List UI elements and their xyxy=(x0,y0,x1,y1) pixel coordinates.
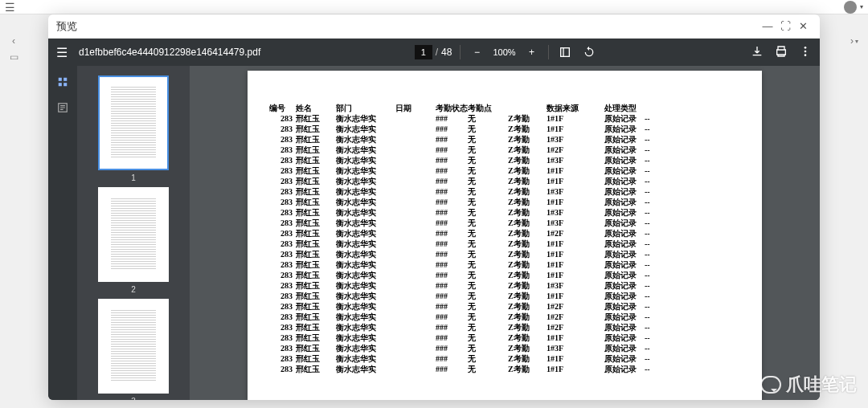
download-icon[interactable] xyxy=(751,45,764,60)
table-row: 283邢红玉衡水志华实###无Z考勤1#3F原始记录-- xyxy=(262,207,747,218)
table-row: 283邢红玉衡水志华实###无Z考勤1#2F原始记录-- xyxy=(262,301,747,312)
table-row: 283邢红玉衡水志华实###无Z考勤1#3F原始记录-- xyxy=(262,280,747,291)
table-row: 283邢红玉衡水志华实###无Z考勤1#1F原始记录-- xyxy=(262,239,747,249)
toolbar-separator xyxy=(460,45,461,59)
print-icon[interactable] xyxy=(775,45,788,60)
column-header: 姓名 xyxy=(296,103,336,113)
user-avatar[interactable] xyxy=(844,1,857,14)
svg-rect-0 xyxy=(560,48,569,57)
table-row: 283邢红玉衡水志华实###无Z考勤1#2F原始记录-- xyxy=(262,228,747,239)
nav-forward-icon[interactable]: › xyxy=(850,35,854,47)
thumbnail[interactable]: 2 xyxy=(98,187,169,294)
svg-rect-6 xyxy=(59,83,62,86)
modal-minimize-button[interactable]: — xyxy=(759,20,776,32)
thumbnails-tab-icon[interactable] xyxy=(55,74,71,90)
table-row: 283邢红玉衡水志华实###无Z考勤1#1F原始记录-- xyxy=(262,259,747,270)
svg-rect-5 xyxy=(63,78,67,81)
page-indicator: / 48 xyxy=(415,45,452,59)
nav-back-icon[interactable]: ‹ xyxy=(12,35,15,47)
toolbar-right xyxy=(751,45,812,60)
column-header: 处理类型 xyxy=(604,103,645,113)
table-row: 283邢红玉衡水志华实###无Z考勤1#1F原始记录-- xyxy=(262,353,747,364)
pdf-toolbar: ☰ d1efbbef6c4e4440912298e146414479.pdf /… xyxy=(48,39,820,66)
nav-forward-caret-icon[interactable]: ▾ xyxy=(855,38,858,45)
user-caret-icon[interactable]: ▾ xyxy=(860,3,863,10)
modal-header: 预览 — ⛶ ✕ xyxy=(48,14,820,39)
table-row: 283邢红玉衡水志华实###无Z考勤1#1F原始记录-- xyxy=(262,176,747,186)
zoom-in-button[interactable]: + xyxy=(524,44,540,60)
pdf-menu-icon[interactable]: ☰ xyxy=(56,45,68,60)
table-row: 283邢红玉衡水志华实###无Z考勤1#2F原始记录-- xyxy=(262,322,747,333)
outer-nav-right: › ▾ xyxy=(841,29,868,47)
table-row: 283邢红玉衡水志华实###无Z考勤1#1F原始记录-- xyxy=(262,333,747,343)
document-page: 编号姓名部门日期考勤状态考勤点数据来源处理类型283邢红玉衡水志华实###无Z考… xyxy=(248,71,762,400)
table-row: 283邢红玉衡水志华实###无Z考勤1#1F原始记录-- xyxy=(262,113,747,124)
column-header xyxy=(508,103,547,113)
thumbnail[interactable]: 3 xyxy=(98,299,169,400)
modal-expand-button[interactable]: ⛶ xyxy=(776,20,794,32)
fit-page-icon[interactable] xyxy=(557,44,573,60)
data-table: 编号姓名部门日期考勤状态考勤点数据来源处理类型283邢红玉衡水志华实###无Z考… xyxy=(262,103,747,374)
outer-nav-left: ‹ ▭ xyxy=(0,29,27,63)
page-current-input[interactable] xyxy=(415,45,432,59)
table-row: 283邢红玉衡水志华实###无Z考勤1#1F原始记录-- xyxy=(262,291,747,301)
table-row: 283邢红玉衡水志华实###无Z考勤1#3F原始记录-- xyxy=(262,155,747,165)
svg-point-2 xyxy=(805,50,807,52)
table-row: 283邢红玉衡水志华实###无Z考勤1#1F原始记录-- xyxy=(262,270,747,280)
svg-point-3 xyxy=(805,54,807,56)
table-row: 283邢红玉衡水志华实###无Z考勤1#3F原始记录-- xyxy=(262,134,747,145)
thumbnail-number: 3 xyxy=(98,397,169,400)
pdf-side-rail xyxy=(48,66,77,400)
table-row: 283邢红玉衡水志华实###无Z考勤1#3F原始记录-- xyxy=(262,343,747,353)
column-header: 数据来源 xyxy=(547,103,604,113)
preview-modal: 预览 — ⛶ ✕ ☰ d1efbbef6c4e4440912298e146414… xyxy=(48,14,820,400)
pdf-viewer: ☰ d1efbbef6c4e4440912298e146414479.pdf /… xyxy=(48,39,820,400)
nav-screen-icon[interactable]: ▭ xyxy=(10,51,18,63)
more-icon[interactable] xyxy=(799,45,812,60)
table-row: 283邢红玉衡水志华实###无Z考勤1#3F原始记录-- xyxy=(262,186,747,197)
app-titlebar: ☰ ▾ xyxy=(0,0,868,14)
table-row: 283邢红玉衡水志华实###无Z考勤1#1F原始记录-- xyxy=(262,364,747,374)
column-header: 考勤点 xyxy=(468,103,508,113)
column-header: 考勤状态 xyxy=(436,103,468,113)
table-row: 283邢红玉衡水志华实###无Z考勤1#1F原始记录-- xyxy=(262,197,747,207)
table-row: 283邢红玉衡水志华实###无Z考勤1#2F原始记录-- xyxy=(262,312,747,322)
column-header: 编号 xyxy=(262,103,296,113)
table-row: 283邢红玉衡水志华实###无Z考勤1#3F原始记录-- xyxy=(262,218,747,228)
toolbar-separator xyxy=(548,45,549,59)
svg-rect-7 xyxy=(63,83,67,86)
zoom-out-button[interactable]: − xyxy=(469,44,485,60)
modal-close-button[interactable]: ✕ xyxy=(794,20,812,32)
page-slash: / xyxy=(436,47,438,58)
thumbnail-number: 1 xyxy=(98,173,169,182)
table-row: 283邢红玉衡水志华实###无Z考勤1#1F原始记录-- xyxy=(262,124,747,134)
modal-title: 预览 xyxy=(56,19,759,34)
table-row: 283邢红玉衡水志华实###无Z考勤1#1F原始记录-- xyxy=(262,249,747,259)
column-header: 部门 xyxy=(336,103,395,113)
outline-tab-icon[interactable] xyxy=(55,100,71,116)
thumbnail-panel[interactable]: 123 xyxy=(77,66,190,400)
thumbnail[interactable]: 1 xyxy=(98,75,169,182)
zoom-percent: 100% xyxy=(493,47,515,57)
page-total: 48 xyxy=(441,47,452,58)
pdf-filename: d1efbbef6c4e4440912298e146414479.pdf xyxy=(79,47,260,58)
column-header: 日期 xyxy=(395,103,436,113)
table-row: 283邢红玉衡水志华实###无Z考勤1#2F原始记录-- xyxy=(262,145,747,155)
app-menu-icon[interactable]: ☰ xyxy=(5,1,15,14)
toolbar-center: / 48 − 100% + xyxy=(260,44,751,60)
table-row: 283邢红玉衡水志华实###无Z考勤1#1F原始记录-- xyxy=(262,165,747,176)
svg-rect-4 xyxy=(59,78,62,81)
document-area[interactable]: 编号姓名部门日期考勤状态考勤点数据来源处理类型283邢红玉衡水志华实###无Z考… xyxy=(190,66,820,400)
rotate-icon[interactable] xyxy=(581,44,597,60)
thumbnail-number: 2 xyxy=(98,285,169,294)
pdf-body: 123 编号姓名部门日期考勤状态考勤点数据来源处理类型283邢红玉衡水志华实##… xyxy=(48,66,820,400)
svg-point-1 xyxy=(805,47,807,49)
